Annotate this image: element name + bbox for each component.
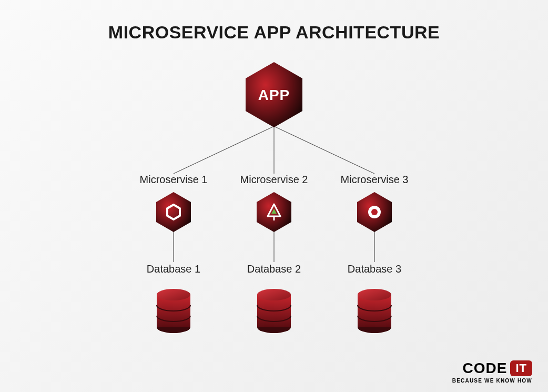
database-label-2: Database 2 xyxy=(227,263,321,275)
microservice-node-1 xyxy=(156,192,191,232)
svg-marker-1 xyxy=(156,192,191,232)
brand-tagline: BECAUSE WE KNOW HOW xyxy=(452,378,532,384)
connector-line xyxy=(174,126,274,174)
brand-main: CODE xyxy=(463,360,508,377)
brand-accent: IT xyxy=(510,360,532,376)
database-3 xyxy=(358,289,391,333)
database-label-1: Database 1 xyxy=(126,263,221,275)
database-2 xyxy=(257,289,291,333)
microservice-node-2 xyxy=(257,192,291,232)
svg-point-4 xyxy=(157,289,190,300)
connector-line xyxy=(274,126,374,174)
app-node: APP xyxy=(246,62,302,127)
ring-icon xyxy=(368,206,381,218)
brand-footer: CODE IT BECAUSE WE KNOW HOW xyxy=(452,360,532,384)
architecture-diagram: APP xyxy=(0,0,548,392)
database-1 xyxy=(157,289,190,333)
database-label-3: Database 3 xyxy=(327,263,422,275)
microservice-node-3 xyxy=(357,192,392,232)
microservice-label-2: Microservise 2 xyxy=(227,174,321,186)
svg-point-11 xyxy=(257,289,291,300)
svg-point-17 xyxy=(358,289,391,300)
microservice-label-1: Microservise 1 xyxy=(126,174,221,186)
svg-point-14 xyxy=(371,209,378,215)
app-label: APP xyxy=(258,87,290,103)
microservice-label-3: Microservise 3 xyxy=(327,174,422,186)
